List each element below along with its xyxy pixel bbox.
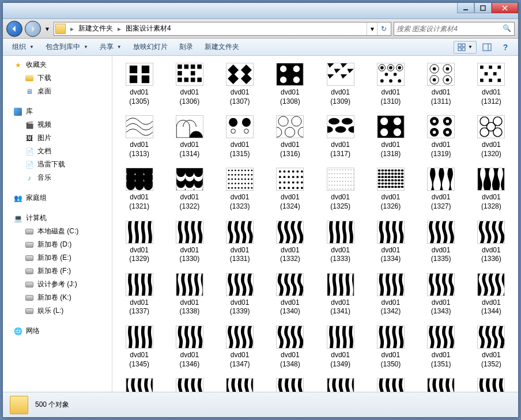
file-thumbnail[interactable] (266, 376, 315, 392)
back-button[interactable] (6, 21, 22, 37)
file-thumbnail[interactable]: dvd01(1314) (165, 113, 214, 161)
file-thumbnail[interactable]: dvd01(1322) (165, 165, 214, 213)
sidebar-pictures[interactable]: 🖼图片 (3, 131, 112, 145)
file-thumbnail[interactable]: dvd01(1309) (316, 60, 365, 108)
file-thumbnail[interactable]: dvd01(1307) (216, 60, 265, 108)
forward-button[interactable] (25, 21, 41, 37)
file-grid[interactable]: dvd01(1305)dvd01(1306)dvd01(1307)dvd01(1… (112, 56, 518, 392)
file-thumbnail[interactable]: dvd01(1312) (467, 60, 516, 108)
file-thumbnail[interactable]: dvd01(1317) (316, 113, 365, 161)
file-thumbnail[interactable]: dvd01(1325) (316, 165, 365, 213)
sidebar-network[interactable]: 🌐网络 (3, 324, 112, 338)
file-thumbnail[interactable] (366, 376, 415, 392)
file-thumbnail[interactable]: dvd01(1345) (115, 323, 164, 371)
file-thumbnail[interactable]: dvd01(1315) (216, 113, 265, 161)
file-thumbnail[interactable]: dvd01(1339) (216, 271, 265, 319)
file-thumbnail[interactable] (216, 376, 265, 392)
file-thumbnail[interactable]: dvd01(1323) (216, 165, 265, 213)
file-thumbnail[interactable]: dvd01(1347) (216, 323, 265, 371)
sidebar-homegroup[interactable]: 👥家庭组 (3, 191, 112, 205)
refresh-button[interactable]: ↻ (377, 22, 390, 35)
breadcrumb-seg-2[interactable]: 图案设计素材4 (123, 22, 173, 35)
file-thumbnail[interactable]: dvd01(1318) (366, 113, 415, 161)
file-thumbnail[interactable]: dvd01(1321) (115, 165, 164, 213)
file-thumbnail[interactable]: dvd01(1340) (266, 271, 315, 319)
sidebar-drive[interactable]: 新加卷 (D:) (3, 238, 112, 251)
maximize-button[interactable] (474, 3, 492, 13)
burn-button[interactable]: 刻录 (175, 40, 198, 54)
file-thumbnail[interactable]: dvd01(1343) (417, 271, 466, 319)
sidebar-libraries[interactable]: 库 (3, 105, 112, 118)
file-thumbnail[interactable]: dvd01(1341) (316, 271, 365, 319)
file-thumbnail[interactable]: dvd01(1306) (165, 60, 214, 108)
file-thumbnail[interactable]: dvd01(1320) (467, 113, 516, 161)
file-thumbnail[interactable]: dvd01(1350) (366, 323, 415, 371)
file-thumbnail[interactable]: dvd01(1316) (266, 113, 315, 161)
file-thumbnail[interactable]: dvd01(1337) (115, 271, 164, 319)
sidebar-videos[interactable]: 🎬视频 (3, 118, 112, 131)
file-thumbnail[interactable]: dvd01(1310) (366, 60, 415, 108)
file-thumbnail[interactable]: dvd01(1336) (467, 218, 516, 266)
preview-pane-button[interactable] (479, 41, 495, 54)
newfolder-button[interactable]: 新建文件夹 (200, 40, 244, 54)
sidebar-music[interactable]: ♪音乐 (3, 171, 112, 184)
breadcrumb[interactable]: ▸ 新建文件夹 ▸ 图案设计素材4 ▾ ↻ (54, 22, 391, 36)
file-thumbnail[interactable]: dvd01(1333) (316, 218, 365, 266)
file-thumbnail[interactable] (165, 376, 214, 392)
search-input[interactable] (397, 25, 503, 33)
organize-button[interactable]: 组织▼ (7, 40, 39, 54)
sidebar-drive[interactable]: 本地磁盘 (C:) (3, 225, 112, 238)
file-thumbnail[interactable]: dvd01(1329) (115, 218, 164, 266)
view-button[interactable]: ▼ (454, 41, 477, 54)
help-button[interactable]: ? (497, 41, 514, 54)
sidebar-favorites[interactable]: ★收藏夹 (3, 58, 112, 71)
file-thumbnail[interactable]: dvd01(1344) (467, 271, 516, 319)
file-thumbnail[interactable]: dvd01(1352) (467, 323, 516, 371)
file-thumbnail[interactable]: dvd01(1349) (316, 323, 365, 371)
file-thumbnail[interactable]: dvd01(1334) (366, 218, 415, 266)
sidebar-documents[interactable]: 📄文档 (3, 145, 112, 158)
file-thumbnail[interactable]: dvd01(1351) (417, 323, 466, 371)
slideshow-button[interactable]: 放映幻灯片 (129, 40, 172, 54)
file-thumbnail[interactable]: dvd01(1311) (417, 60, 466, 108)
search-icon[interactable]: 🔍 (503, 24, 512, 33)
chevron-right-icon[interactable]: ▸ (115, 25, 123, 33)
navigation-pane[interactable]: ★收藏夹 下载 🖥桌面 库 🎬视频 🖼图片 📄文档 📄迅雷下载 ♪音乐 👥家庭组… (3, 56, 112, 392)
file-thumbnail[interactable]: dvd01(1330) (165, 218, 214, 266)
file-thumbnail[interactable] (316, 376, 365, 392)
sidebar-drive[interactable]: 新加卷 (F:) (3, 264, 112, 278)
file-thumbnail[interactable]: dvd01(1324) (266, 165, 315, 213)
sidebar-drive[interactable]: 娱乐 (L:) (3, 304, 112, 317)
file-thumbnail[interactable]: dvd01(1342) (366, 271, 415, 319)
file-thumbnail[interactable]: dvd01(1328) (467, 165, 516, 213)
close-button[interactable] (492, 3, 518, 13)
file-thumbnail[interactable]: dvd01(1346) (165, 323, 214, 371)
sidebar-drive[interactable]: 新加卷 (K:) (3, 291, 112, 304)
breadcrumb-seg-1[interactable]: 新建文件夹 (76, 22, 115, 35)
nav-history-dropdown[interactable]: ▾ (43, 22, 51, 36)
file-thumbnail[interactable]: dvd01(1319) (417, 113, 466, 161)
file-thumbnail[interactable] (467, 376, 516, 392)
share-button[interactable]: 共享▼ (95, 40, 126, 54)
sidebar-thunder[interactable]: 📄迅雷下载 (3, 158, 112, 171)
file-thumbnail[interactable]: dvd01(1313) (115, 113, 164, 161)
file-thumbnail[interactable] (417, 376, 466, 392)
search-box[interactable]: 🔍 (394, 22, 515, 36)
sidebar-downloads[interactable]: 下载 (3, 71, 112, 85)
path-dropdown[interactable]: ▾ (367, 22, 377, 35)
chevron-right-icon[interactable]: ▸ (68, 25, 76, 33)
sidebar-drive[interactable]: 设计参考 (J:) (3, 278, 112, 291)
file-thumbnail[interactable]: dvd01(1327) (417, 165, 466, 213)
sidebar-drive[interactable]: 新加卷 (E:) (3, 251, 112, 264)
include-button[interactable]: 包含到库中▼ (41, 40, 93, 54)
file-thumbnail[interactable]: dvd01(1332) (266, 218, 315, 266)
sidebar-desktop[interactable]: 🖥桌面 (3, 85, 112, 98)
file-thumbnail[interactable]: dvd01(1326) (366, 165, 415, 213)
file-thumbnail[interactable]: dvd01(1338) (165, 271, 214, 319)
file-thumbnail[interactable] (115, 376, 164, 392)
file-thumbnail[interactable]: dvd01(1335) (417, 218, 466, 266)
minimize-button[interactable] (457, 3, 474, 13)
sidebar-computer[interactable]: 💻计算机 (3, 211, 112, 225)
file-thumbnail[interactable]: dvd01(1348) (266, 323, 315, 371)
file-thumbnail[interactable]: dvd01(1308) (266, 60, 315, 108)
